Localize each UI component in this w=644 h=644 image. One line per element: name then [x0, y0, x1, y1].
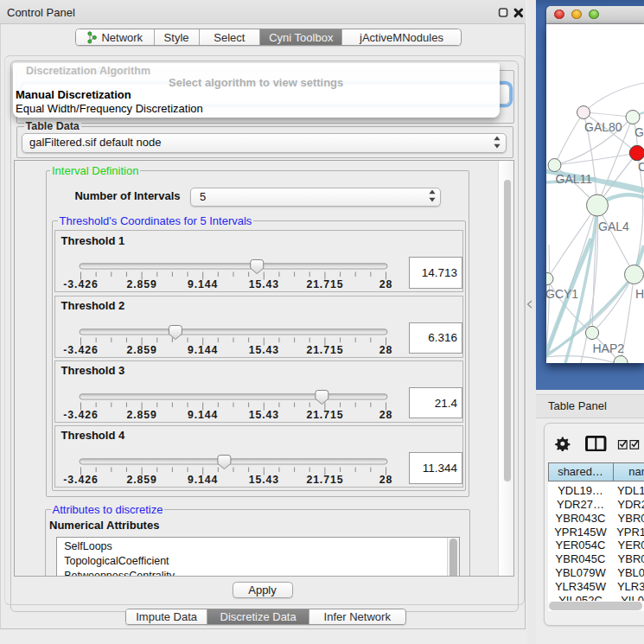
svg-text:15.43: 15.43: [248, 474, 278, 486]
svg-text:CDC1: CDC1: [638, 160, 644, 174]
svg-text:GAL11: GAL11: [556, 172, 593, 186]
svg-text:28: 28: [379, 278, 392, 290]
svg-text:GAL4: GAL4: [598, 220, 629, 233]
svg-text:9.144: 9.144: [188, 343, 218, 355]
svg-text:28: 28: [379, 343, 392, 355]
svg-text:21.715: 21.715: [306, 474, 343, 486]
svg-text:21.715: 21.715: [306, 343, 343, 355]
svg-text:-3.426: -3.426: [63, 343, 98, 355]
svg-text:9.144: 9.144: [188, 278, 218, 290]
svg-text:HAP2: HAP2: [593, 341, 625, 355]
svg-text:2.859: 2.859: [126, 474, 156, 486]
svg-text:GAL80: GAL80: [584, 120, 622, 134]
svg-text:15.43: 15.43: [248, 278, 278, 290]
svg-text:2.859: 2.859: [126, 278, 156, 290]
svg-text:21.715: 21.715: [306, 278, 343, 290]
svg-text:28: 28: [379, 474, 392, 486]
svg-text:15.43: 15.43: [248, 343, 278, 355]
svg-text:28: 28: [379, 409, 392, 421]
svg-text:-3.426: -3.426: [63, 409, 98, 421]
svg-text:HIS4: HIS4: [635, 287, 644, 301]
svg-text:21.715: 21.715: [306, 409, 343, 421]
svg-text:-3.426: -3.426: [63, 474, 98, 486]
svg-text:9.144: 9.144: [188, 409, 218, 421]
svg-text:GAL3: GAL3: [634, 125, 644, 139]
svg-text:9.144: 9.144: [188, 474, 218, 486]
svg-text:-3.426: -3.426: [63, 278, 98, 290]
svg-text:2.859: 2.859: [126, 409, 156, 421]
svg-text:GCY1: GCY1: [546, 287, 578, 301]
svg-text:2.859: 2.859: [126, 343, 156, 355]
svg-text:15.43: 15.43: [248, 409, 278, 421]
